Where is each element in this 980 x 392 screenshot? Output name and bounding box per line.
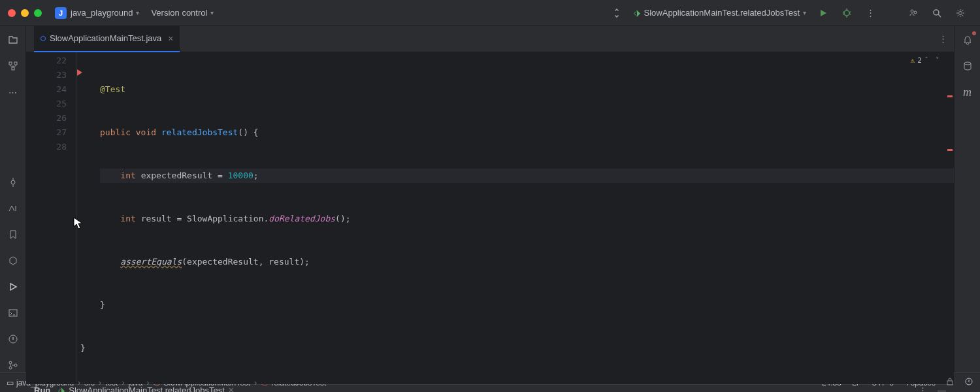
readonly-lock-icon[interactable] [946,378,954,387]
tab-label: SlowApplicationMainTest.java [50,33,161,43]
warning-count: 2 [917,56,922,65]
maven-icon[interactable]: m [960,85,975,99]
svg-point-12 [9,367,12,369]
svg-rect-6 [14,62,17,65]
gutter-run-failed-icon[interactable] [76,67,84,82]
traffic-lights [8,9,42,17]
terminal-tool-icon[interactable] [6,306,20,320]
code-area[interactable]: @Test public void relatedJobsTest() { in… [76,52,954,384]
titlebar: J java_playground ▾ Version control ▾ ⬗ … [0,0,980,26]
settings-icon[interactable] [954,8,967,18]
inspection-widget[interactable]: ⚠ 2 ˆ ˅ [911,56,941,65]
svg-point-8 [11,180,15,184]
structure-tool-icon[interactable] [6,59,20,73]
problems-tool-icon[interactable] [6,332,20,346]
more-actions-icon[interactable]: ⋮ [864,8,877,18]
file-type-icon [41,36,46,41]
vcs-menu[interactable]: Version control ▾ [151,8,214,18]
run-button[interactable] [817,8,830,18]
bookmark-tool-icon[interactable] [6,227,20,242]
code-editor[interactable]: 22 23 24 25 26 27 28 @Test public void r… [26,52,954,384]
project-badge-icon: J [55,7,67,19]
right-tool-rail: m [954,26,980,372]
project-selector[interactable]: J java_playground ▾ [55,7,139,19]
chevron-down-icon: ▾ [210,9,214,16]
window-max-icon[interactable] [34,9,42,17]
vcs-tool-icon[interactable] [6,358,20,372]
svg-point-3 [934,10,939,15]
chevron-right-icon: › [146,378,149,387]
window-close-icon[interactable] [8,9,16,17]
svg-point-18 [964,62,971,65]
panel-minimize-icon[interactable]: — [938,385,946,393]
line-number: 22 [26,54,67,68]
notification-dot-icon [972,31,976,35]
window-min-icon[interactable] [21,9,29,17]
commit-tool-icon[interactable] [6,175,20,189]
left-tool-rail: ⋯ [0,26,26,372]
editor-tabs: SlowApplicationMainTest.java × ⋮ [26,26,954,52]
more-tool-icon[interactable]: ⋯ [6,85,20,99]
chevron-right-icon: › [254,378,257,387]
code-with-me-icon[interactable] [610,8,623,18]
git-tool-icon[interactable] [6,201,20,216]
line-number: 28 [26,140,67,154]
svg-point-2 [914,11,917,14]
notifications-icon[interactable] [960,33,975,47]
project-name: java_playground [71,8,133,18]
project-tool-icon[interactable] [6,33,20,47]
error-stripe [945,52,954,384]
debug-button[interactable] [840,8,853,18]
main-area: ⋯ SlowApplicationM [0,26,980,372]
center-column: SlowApplicationMainTest.java × ⋮ 22 23 2… [26,26,954,372]
chevron-right-icon: › [99,378,101,387]
panel-menu-icon[interactable]: ⋮ [919,385,927,393]
line-number: 24 [26,82,67,97]
line-number: 25 [26,97,67,111]
nav-up-down-icon[interactable]: ˆ ˅ [924,56,941,65]
search-icon[interactable] [930,8,943,18]
warning-icon: ⚠ [911,56,915,65]
services-tool-icon[interactable] [6,253,20,268]
chevron-right-icon: › [122,378,124,387]
chevron-right-icon: › [78,378,80,387]
collab-icon[interactable] [907,8,920,18]
chevron-down-icon: ▾ [803,9,806,16]
svg-rect-5 [9,62,12,65]
line-gutter: 22 23 24 25 26 27 28 [26,52,76,384]
inspection-indicator-icon[interactable] [964,377,973,388]
run-config-name: SlowApplicationMainTest.relatedJobsTest [644,8,800,18]
run-tool-icon[interactable] [6,280,20,294]
error-mark-icon[interactable] [947,95,953,97]
test-config-icon: ⬗ [634,8,640,18]
run-config-selector[interactable]: ⬗ SlowApplicationMainTest.relatedJobsTes… [634,8,806,18]
svg-rect-19 [947,381,953,385]
folder-icon: ▭ [7,378,14,387]
svg-point-1 [911,10,913,12]
svg-point-13 [14,364,17,367]
svg-point-4 [959,11,962,14]
svg-rect-7 [12,67,14,70]
error-mark-icon[interactable] [947,149,953,151]
chevron-down-icon: ▾ [136,9,139,16]
close-icon[interactable]: × [168,33,173,44]
vcs-label: Version control [151,8,207,18]
database-icon[interactable] [960,59,975,73]
line-number: 27 [26,125,67,140]
svg-point-0 [844,10,849,16]
close-icon[interactable]: × [229,385,234,392]
tab-menu-icon[interactable]: ⋮ [939,34,947,44]
line-number: 23 [26,68,67,82]
line-number: 26 [26,111,67,125]
editor-tab-active[interactable]: SlowApplicationMainTest.java × [34,26,180,52]
svg-point-11 [9,361,12,364]
